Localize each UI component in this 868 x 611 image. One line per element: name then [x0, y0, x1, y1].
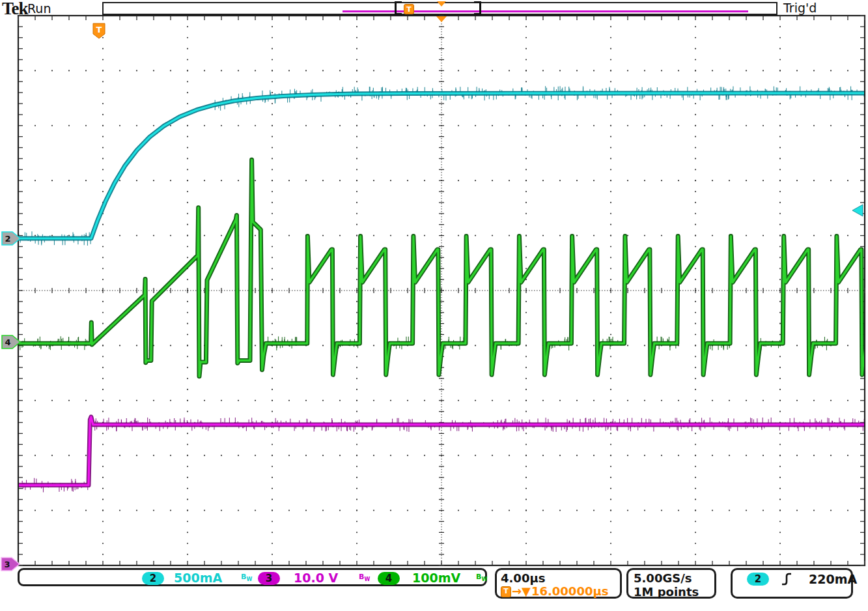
sample-rate: 5.00GS/s [634, 571, 709, 585]
acquisition-readout-box[interactable]: 5.00GS/s 1M points [626, 568, 716, 599]
svg-text:T: T [96, 25, 102, 35]
record-length: 1M points [634, 585, 709, 599]
ch4-ground-marker[interactable]: 4 [2, 335, 20, 348]
ch4-badge[interactable]: 4 [378, 572, 400, 585]
ch3-ground-marker[interactable]: 3 [1, 558, 20, 571]
ch2-badge[interactable]: 2 [142, 572, 164, 585]
svg-text:2: 2 [5, 234, 10, 244]
oscilloscope-screen: { "header": { "logo": "Tek", "acq_state"… [0, 0, 868, 611]
rising-edge-icon [779, 571, 794, 587]
trigger-delay-t-icon: T [501, 586, 511, 597]
ch2-scale: 500mA [174, 571, 222, 585]
svg-text:4: 4 [5, 337, 10, 347]
ch3-scale: 10.0 V [294, 571, 338, 585]
channel-readouts-box[interactable]: 2 500mA BW 3 10.0 V BW 4 100mV BW [18, 568, 487, 586]
ch2-bandwidth-icon: BW [241, 573, 252, 582]
ch3-bandwidth-icon: BW [359, 573, 370, 582]
svg-text:3: 3 [4, 560, 10, 569]
ch2-ground-marker[interactable]: 2 [2, 232, 20, 245]
graticule-display: T 2 4 3 [0, 0, 868, 611]
ch4-bandwidth-icon: BW [476, 573, 487, 582]
timebase-scale: 4.00µs [501, 571, 616, 585]
trigger-level: 220mA [809, 572, 857, 586]
trigger-source-badge[interactable]: 2 [747, 573, 769, 586]
ch4-scale: 100mV [412, 571, 460, 585]
horizontal-readout-box[interactable]: 4.00µs T→▼16.00000µs [495, 568, 622, 599]
ch3-badge[interactable]: 3 [258, 572, 280, 585]
trigger-readout-box[interactable]: 2 220mA [731, 568, 853, 599]
trigger-delay-readout: T→▼16.00000µs [501, 585, 616, 598]
